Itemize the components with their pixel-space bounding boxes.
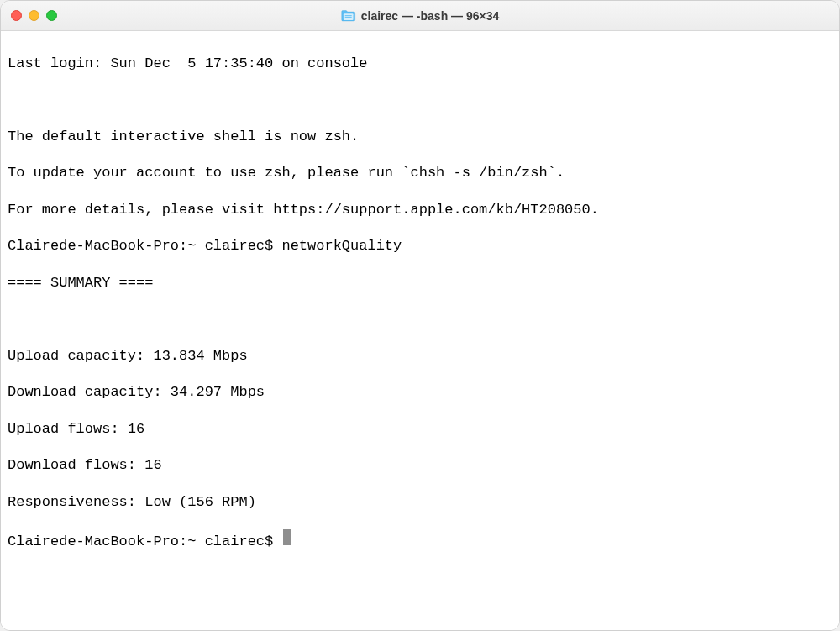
maximize-button[interactable] [46,10,57,21]
zsh-notice-line2: To update your account to use zsh, pleas… [8,164,832,182]
svg-rect-2 [345,17,352,18]
svg-rect-1 [345,15,352,16]
last-login-line: Last login: Sun Dec 5 17:35:40 on consol… [8,55,832,73]
upload-flows-line: Upload flows: 16 [8,420,832,439]
download-flows-line: Download flows: 16 [8,456,832,475]
blank-line-2 [8,310,832,329]
responsiveness-line: Responsiveness: Low (156 RPM) [8,493,832,512]
active-prompt-line: Clairede-MacBook-Pro:~ clairec$ [8,529,832,551]
cursor [283,529,291,545]
zsh-notice-line1: The default interactive shell is now zsh… [8,128,832,146]
summary-header: ==== SUMMARY ==== [8,274,832,292]
traffic-lights [11,10,57,21]
zsh-notice-line3: For more details, please visit https://s… [8,201,832,219]
download-capacity-line: Download capacity: 34.297 Mbps [8,383,832,402]
titlebar[interactable]: clairec — -bash — 96×34 [1,1,839,31]
close-button[interactable] [11,10,22,21]
upload-capacity-line: Upload capacity: 13.834 Mbps [8,347,832,365]
minimize-button[interactable] [29,10,39,21]
prompt-text: Clairede-MacBook-Pro:~ clairec$ [8,533,281,551]
blank-line [8,91,832,109]
prompt-command-line: Clairede-MacBook-Pro:~ clairec$ networkQ… [8,237,832,255]
svg-rect-0 [344,13,354,20]
folder-icon [341,9,356,22]
window-title: clairec — -bash — 96×34 [341,9,500,23]
window-title-text: clairec — -bash — 96×34 [361,9,500,23]
terminal-window: clairec — -bash — 96×34 Last login: Sun … [0,0,840,631]
terminal-content[interactable]: Last login: Sun Dec 5 17:35:40 on consol… [1,31,839,630]
